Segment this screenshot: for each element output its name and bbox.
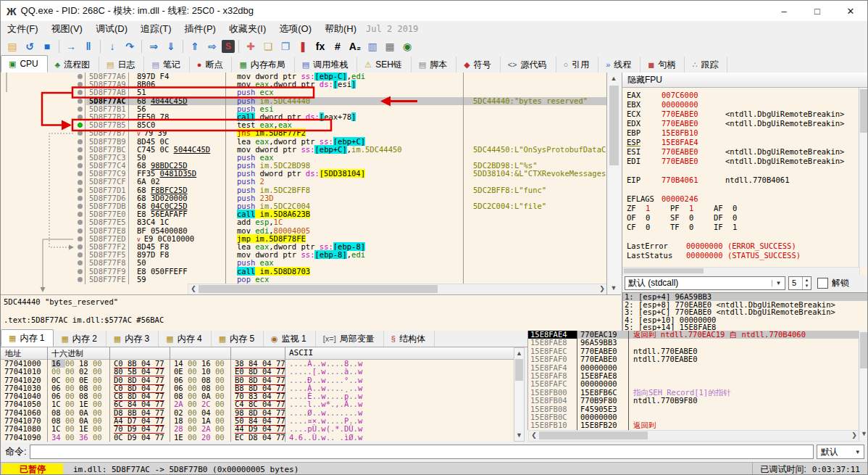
instruction-dot[interactable] [78,107,83,112]
byte[interactable]: 02 [174,408,188,417]
register-row[interactable]: EDI770EABE0<ntdll.DbgUiRemoteBreakin> [627,157,859,166]
byte[interactable]: 02 [79,367,93,376]
byte[interactable]: 14 [174,359,188,368]
byte[interactable]: D9 [128,433,141,442]
run-to-user-code-icon[interactable]: ⇨ [204,39,220,54]
argument-row[interactable]: 1: [esp+4] 96A59BB3 [623,293,868,301]
byte[interactable]: 34 [51,433,65,442]
byte[interactable]: 77 [155,433,164,442]
byte[interactable]: 0E [79,376,93,384]
instruction-dot[interactable] [78,163,83,168]
menu-item-2[interactable]: 调试(D) [89,21,134,37]
command-script-dropdown[interactable]: 默认 ▼ [817,445,864,459]
patch-icon[interactable]: ✚ [243,39,259,54]
byte[interactable]: 1C [51,424,65,433]
disasm-row[interactable]: 5D8F77FE59pop ecx [1,276,606,284]
byte[interactable]: 1E [174,433,188,442]
tab-trace[interactable]: ∴跟踪 [685,57,727,73]
byte[interactable]: 00 [188,367,201,376]
minimize-button[interactable]: – [767,1,801,21]
byte[interactable]: 00 [51,367,65,376]
byte[interactable]: 16 [51,359,65,368]
byte[interactable]: 0E [174,367,188,376]
byte[interactable]: 1C [51,400,65,408]
byte[interactable]: 00 [215,400,225,408]
stack-row[interactable]: 15E8FAEC770EABE0ntdll.770EABE0 [528,347,859,355]
register-list[interactable]: EAX007C6000EBX00000000ECX770EABE0<ntdll.… [627,91,859,279]
byte[interactable]: 08 [51,408,65,417]
byte[interactable]: 04 [262,433,276,442]
byte[interactable]: 00 [93,367,102,376]
maximize-button[interactable]: □ [801,1,834,21]
byte[interactable]: 00 [188,416,201,425]
assemble-font-icon[interactable]: A₂ [347,39,363,54]
menu-item-6[interactable]: 选项(O) [272,21,318,37]
registers-vertical-scrollbar[interactable] [859,88,868,267]
byte[interactable]: 00 [93,433,102,442]
hash-icon[interactable]: # [330,39,346,54]
tab-dump4[interactable]: ▦内存 4 [159,331,211,347]
register-row[interactable]: LastStatus00000000 (STATUS_SUCCESS) [627,251,859,260]
instruction-dot[interactable] [78,228,83,234]
menu-item-5[interactable]: 收藏夹(I) [222,21,272,37]
byte[interactable]: 10 [201,367,215,376]
unlock-checkbox[interactable] [817,278,828,289]
stack-row[interactable]: 15E8FB1015E8FB20返回到 [528,421,859,429]
byte[interactable]: 00 [93,392,102,400]
byte[interactable]: 00 [215,376,225,384]
instruction-dot[interactable] [78,244,83,249]
instruction-dot[interactable] [78,269,83,274]
disasm-row[interactable]: 5D8F77F9E8 050FFEFFcall im.5D8D8703 [1,268,606,276]
byte[interactable]: 00 [65,384,79,392]
byte[interactable]: 08 [51,416,65,425]
bookmark-icon[interactable]: ❚ [295,39,311,54]
tab-seh[interactable]: ⚠SEH链 [357,57,412,73]
byte[interactable]: 00 [65,376,79,384]
tab-struct[interactable]: §结构体 [384,331,435,347]
register-row[interactable]: ESP15E8FAE4 [627,138,859,147]
byte[interactable]: 00 [93,376,102,384]
instruction-dot[interactable] [78,90,83,95]
tab-dump5[interactable]: ▦内存 5 [212,331,264,347]
register-row[interactable]: ESI770EABE0<ntdll.DbgUiRemoteBreakin> [627,147,859,157]
tab-cpu[interactable]: ▣CPU [1,55,48,73]
register-row[interactable]: EIP770B4061ntdll.770B4061 [627,175,859,185]
byte[interactable]: 0A [201,392,215,400]
memory-device-icon[interactable]: ▥ [364,39,380,54]
stack-row[interactable]: 15E8FAF815E8FAE8 [528,372,859,380]
byte[interactable]: 08 [79,384,93,392]
instruction-dot[interactable] [78,277,83,282]
instruction-dot[interactable] [78,180,83,185]
tab-call-stack[interactable]: ▤调用堆栈 [295,57,357,73]
byte[interactable]: 04 [141,433,155,442]
instruction-dot[interactable] [78,115,83,120]
byte[interactable]: 20 [201,433,215,442]
byte[interactable]: 00 [188,433,201,442]
byte[interactable]: 00 [93,400,102,408]
instruction-dot[interactable] [78,220,83,225]
byte[interactable]: 00 [215,408,225,417]
memory-dump-view[interactable]: 地址 十六进制 ASCII 7704100016 00 18 00C0 8B 0… [1,347,514,442]
calculator-icon[interactable]: ▦ [382,39,398,54]
menu-item-3[interactable]: 追踪(T) [134,21,178,37]
step-into-icon[interactable]: ↓ [104,39,120,54]
byte[interactable]: 08 [174,392,188,400]
function-icon[interactable]: fx [312,39,328,54]
byte[interactable]: 00 [65,408,79,417]
register-row[interactable]: ECX770EABE0<ntdll.DbgUiRemoteBreakin> [627,110,859,119]
byte[interactable]: 00 [188,424,201,433]
byte[interactable]: 16 [201,359,215,368]
register-row[interactable]: EDX770EABE0<ntdll.DbgUiRemoteBreakin> [627,119,859,128]
byte[interactable]: 00 [215,359,225,368]
instruction-dot[interactable] [78,139,83,144]
tab-breakpoints[interactable]: ●断点 [190,57,233,73]
byte[interactable]: 18 [79,359,93,368]
byte[interactable]: 2C [201,400,215,408]
instruction-dot[interactable] [78,196,83,201]
byte[interactable]: 00 [188,376,201,384]
byte[interactable]: 00 [65,433,79,442]
dump-row[interactable]: 7704109034 00 36 000C D9 04 771E 00 20 0… [1,434,514,442]
comment-icon[interactable]: ❏ [260,39,276,54]
register-row[interactable]: EBX00000000 [627,100,859,110]
byte[interactable]: 77 [276,433,285,442]
